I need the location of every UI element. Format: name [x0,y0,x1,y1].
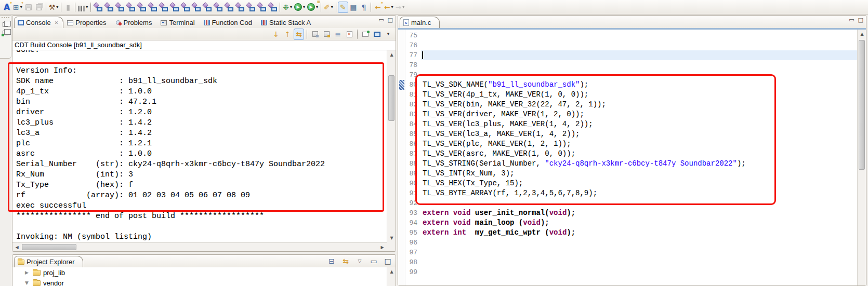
pin-console-icon [362,32,369,37]
scroll-down-icon[interactable]: ▼ [388,234,396,242]
scrollbar-thumb[interactable] [22,244,76,250]
launch-configuration-icon[interactable] [103,2,114,13]
maximize-view-icon[interactable]: □ [858,17,863,23]
scroll-up-icon[interactable]: ▲ [388,51,396,59]
back-icon-dropdown[interactable]: ▾ [391,5,393,9]
launch-configuration-icon[interactable] [136,2,147,13]
open-console-menu-dropdown[interactable]: ▾ [383,29,393,40]
launch-configuration-icon[interactable] [256,2,267,13]
launch-configuration-icon[interactable] [93,2,103,13]
show-source-of-selected-element-icon[interactable]: ▤ [348,2,359,13]
forward-icon-dropdown[interactable]: ▾ [402,5,404,9]
open-console-icon[interactable] [372,29,382,40]
launch-configuration-icon [159,3,168,11]
last-edit-location-icon[interactable]: ←✶ [373,2,383,13]
line-number-ruler[interactable]: 7576777879808182838485868788899091929394… [406,31,419,277]
run-icon-dropdown[interactable]: ▾ [303,5,305,9]
launch-configuration-icon[interactable] [158,2,169,13]
tab-console[interactable]: Console✕ [14,17,63,28]
scroll-left-icon[interactable]: ◀ [13,243,21,251]
console-horizontal-scrollbar[interactable]: ◀ ▶ [12,242,387,251]
line-number: 84 [406,119,417,129]
back-icon[interactable]: ←▾ [383,2,394,13]
tab-properties[interactable]: Properties [63,17,111,28]
launch-configuration-icon[interactable] [234,2,245,13]
show-source-of-selected-element-icon: ▤ [350,4,357,11]
project-explorer-view: Project Explorer ⊟⇆▽▭□ ▲ ▶proj_lib▼vendo… [12,254,396,286]
tab-function-cod[interactable]: Function Cod [200,17,257,28]
annotation-ruler[interactable] [398,30,405,285]
launch-configuration-icon [170,3,179,11]
minimize-view-icon[interactable]: ▭ [369,256,379,266]
tab-problems[interactable]: Problems [112,17,157,28]
profiling-icon-dropdown[interactable]: ▾ [86,5,88,9]
link-with-editor-icon[interactable]: ⇆ [340,256,351,266]
next-error-icon[interactable]: ↓ [271,29,281,40]
launch-configuration-icon[interactable] [114,2,125,13]
drag-handle[interactable] [2,17,9,19]
save-console-icon[interactable] [310,29,320,40]
previous-error-icon[interactable]: ↑ [282,29,293,40]
tab-main-c[interactable]: c main.c [400,17,440,28]
launch-configuration-icon[interactable] [125,2,136,13]
build-icon[interactable]: ⚒▾ [48,2,60,13]
word-wrap-icon[interactable]: ≡ [333,29,343,40]
profiling-icon[interactable]: ▾ [77,2,89,13]
scroll-lock-icon[interactable] [321,29,332,40]
launch-configuration-icon[interactable] [202,2,213,13]
launch-configuration-icon[interactable] [245,2,256,13]
mark-occurrences-icon[interactable]: ✎ [338,2,348,13]
chevron-right-icon[interactable]: ▶ [25,270,30,275]
debug-icon-dropdown[interactable]: ▾ [290,5,292,9]
scrollbar-thumb[interactable] [388,75,394,121]
tree-item-vendor[interactable]: ▼vendor [12,278,396,286]
tree-item-proj_lib[interactable]: ▶proj_lib [12,267,396,278]
tab-project-explorer[interactable]: Project Explorer [14,256,83,267]
chevron-down-icon[interactable]: ▼ [25,280,30,285]
launch-configuration-icon[interactable] [147,2,158,13]
collapse-all-icon[interactable]: ⊟ [326,256,337,266]
build-icon-dropdown[interactable]: ▾ [56,5,58,9]
launch-configuration-icon[interactable] [169,2,180,13]
external-tools-icon-dropdown[interactable]: ▾ [316,5,318,9]
tab-static-stack-a[interactable]: Static Stack A [257,17,316,28]
view-menu-icon[interactable]: ▽ [354,256,365,266]
new-window-icon-dropdown[interactable]: ▾ [20,5,22,9]
launch-configuration-icon[interactable] [267,2,278,13]
new-window-icon[interactable]: ⊞✦▾ [12,2,23,13]
maximize-view-icon[interactable]: □ [388,17,393,23]
pin-console-icon[interactable] [360,29,371,40]
run-icon[interactable]: ▶▾ [293,2,306,13]
close-icon[interactable]: ✕ [55,20,59,25]
debug-icon[interactable]: ❉▾ [282,2,293,13]
clear-console-icon[interactable]: ✕ [344,29,354,40]
console-output[interactable]: done. Version Info:SDK name : b91_ll_sou… [12,50,387,242]
code-line-76 [421,40,857,50]
show-whitespace-icon[interactable]: ¶ [359,2,369,13]
minimized-console-view-icon[interactable] [3,31,8,35]
external-tools-icon[interactable]: ▶▾ [306,2,319,13]
launch-configuration-icon[interactable] [180,2,191,13]
line-number: 95 [406,228,417,238]
maximize-view-icon[interactable]: □ [383,256,393,266]
editor-content[interactable]: 7576777879808182838485868788899091929394… [398,28,866,285]
launch-configuration-icon[interactable] [191,2,202,13]
launch-configuration-icon[interactable] [213,2,223,13]
scroll-up-icon[interactable]: ▲ [858,30,866,38]
explorer-vertical-scrollbar[interactable]: ▲ [387,267,396,286]
launch-configuration-icon[interactable] [223,2,234,13]
new-wizard-icon[interactable]: A✦ [2,2,12,13]
show-error-in-editor-icon[interactable]: ⇆ [294,29,304,40]
restore-minimized-view-icon[interactable] [3,22,8,27]
minimize-view-icon[interactable]: ▭ [378,17,384,23]
editor-vertical-scrollbar[interactable]: ▲ [857,30,866,285]
scroll-right-icon[interactable]: ▶ [378,243,386,251]
code-area[interactable]: TL_VS_SDK_NAME("b91_ll_soundbar_sdk");TL… [421,31,857,277]
open-element-icon[interactable]: ✐▾ [323,2,334,13]
scrollbar-thumb[interactable] [859,40,865,170]
console-vertical-scrollbar[interactable]: ▲ ▼ [387,50,396,242]
minimize-view-icon[interactable]: ▭ [849,17,854,23]
scroll-up-icon[interactable]: ▲ [388,268,396,276]
tab-terminal[interactable]: Terminal [157,17,200,28]
open-element-icon-dropdown[interactable]: ▾ [331,5,333,9]
